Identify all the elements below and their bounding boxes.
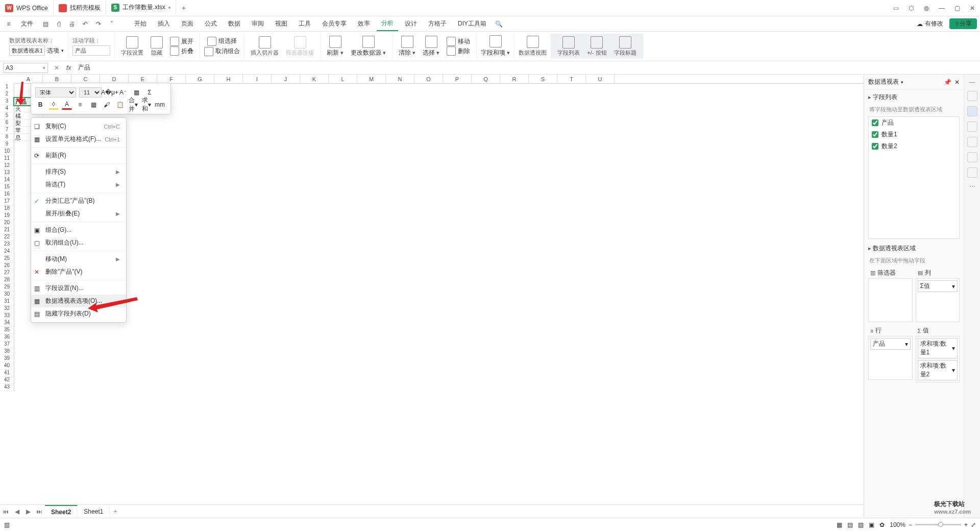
increase-font-icon[interactable]: A�μ+	[105, 87, 115, 98]
rail-pivot-icon[interactable]	[967, 106, 977, 116]
field-qty1[interactable]: 数量1	[869, 129, 959, 140]
menu-review[interactable]: 审阅	[247, 17, 268, 31]
sheet-last-icon[interactable]: ⏭	[34, 508, 45, 515]
ctx-format-cells[interactable]: ▦设置单元格格式(F)...Ctrl+1	[31, 133, 126, 146]
ctx-remove[interactable]: ✕删除"产品"(V)	[31, 266, 126, 278]
sheet-add-button[interactable]: ＋	[110, 507, 121, 516]
ctx-filter[interactable]: 筛选(T)▶	[31, 178, 126, 191]
print-icon[interactable]: 🖨	[66, 18, 78, 30]
app-tab[interactable]: W WPS Office	[0, 0, 54, 16]
zoom-slider[interactable]	[915, 524, 961, 525]
rail-chart-icon[interactable]	[967, 152, 977, 162]
field-settings-button[interactable]: 字段设置	[119, 36, 145, 57]
fields-items-button[interactable]: 字段和项 ▾	[477, 34, 514, 59]
window-snap-icon[interactable]: ▭	[888, 0, 903, 16]
pivot-chart-button[interactable]: 数据透视图	[514, 34, 551, 59]
field-product[interactable]: 产品	[869, 117, 959, 129]
formula-value[interactable]: 产品	[75, 63, 93, 72]
font-select[interactable]: 宋体	[35, 87, 76, 98]
field-list-box[interactable]: 产品 数量1 数量2	[868, 116, 960, 239]
font-size-select[interactable]: 11	[79, 87, 102, 98]
close-button[interactable]: ✕	[965, 0, 980, 16]
clipboard-icon[interactable]: 📋	[115, 100, 125, 110]
sheet-tab-sheet1[interactable]: Sheet1	[78, 505, 110, 518]
menu-design[interactable]: 设计	[400, 17, 422, 31]
menu-formula[interactable]: 公式	[200, 17, 222, 31]
cancel-icon[interactable]: ✕	[51, 64, 62, 71]
ctx-refresh[interactable]: ⟳刷新(R)	[31, 149, 126, 162]
row-drop-area[interactable]: 产品▾	[868, 336, 913, 380]
insert-slicer-button[interactable]: 插入切片器	[249, 36, 281, 57]
rail-select-icon[interactable]	[967, 91, 977, 101]
pivot-name-input[interactable]	[9, 45, 45, 56]
column-drop-area[interactable]: Σ值▾	[916, 278, 960, 322]
collapse-button[interactable]: 折叠	[170, 46, 193, 56]
ctx-copy[interactable]: ❏复制(C)Ctrl+C	[31, 120, 126, 133]
ctx-expand-collapse[interactable]: 展开/折叠(E)▶	[31, 207, 126, 220]
row-item-product[interactable]: 产品▾	[870, 338, 911, 350]
view-normal-icon[interactable]: ▦	[837, 521, 842, 528]
filter-drop-area[interactable]	[868, 278, 913, 322]
sheet-tab-sheet2[interactable]: Sheet2	[45, 505, 78, 518]
value-drop-area[interactable]: 求和项:数量1▾ 求和项:数量2▾	[916, 336, 960, 382]
ctx-subtotal[interactable]: ✓分类汇总"产品"(B)	[31, 195, 126, 207]
menu-diy[interactable]: DIY工具箱	[453, 17, 491, 31]
merge-dropdown[interactable]: 合并▾	[128, 100, 138, 110]
redo-icon[interactable]: ↷	[93, 18, 104, 30]
fill-color-icon[interactable]: ◊	[48, 100, 59, 110]
menu-insert[interactable]: 插入	[153, 17, 175, 31]
menu-data[interactable]: 数据	[224, 17, 245, 31]
val-item-2[interactable]: 求和项:数量2▾	[918, 360, 958, 380]
delete-button[interactable]: 删除	[447, 46, 470, 56]
sheet-prev-icon[interactable]: ◀	[11, 508, 22, 515]
rail-help-icon[interactable]	[967, 167, 977, 178]
template-tab[interactable]: 找稻壳模板	[54, 0, 106, 16]
select-button[interactable]: 选择 ▾	[421, 36, 442, 57]
field-qty2[interactable]: 数量2	[869, 140, 959, 152]
active-field-input[interactable]	[72, 45, 110, 56]
menu-member[interactable]: 会员专享	[317, 17, 351, 31]
move-button[interactable]: 移动	[447, 37, 470, 46]
avatar-icon[interactable]: ◍	[919, 0, 934, 16]
share-button[interactable]: ⇪ 分享	[949, 18, 977, 29]
menu-fanggezi[interactable]: 方格子	[424, 17, 451, 31]
menu-view[interactable]: 视图	[271, 17, 292, 31]
ctx-ungroup[interactable]: ▢取消组合(U)...	[31, 236, 126, 249]
row-headers[interactable]: 1234567891011121314151617181920212223242…	[0, 84, 14, 391]
ctx-move[interactable]: 移动(M)▶	[31, 253, 126, 266]
settings-icon[interactable]: ✿	[879, 521, 885, 528]
hamburger-icon[interactable]: ≡	[3, 18, 14, 30]
rail-style-icon[interactable]	[967, 122, 977, 132]
bold-icon[interactable]: B	[35, 100, 45, 110]
new-tab-button[interactable]: ＋	[176, 0, 191, 16]
print-preview-icon[interactable]: ⎙	[53, 18, 64, 30]
menu-efficiency[interactable]: 效率	[353, 17, 375, 31]
plus-minus-toggle[interactable]: +/- 按钮	[585, 36, 608, 57]
name-box[interactable]: A3▾	[3, 63, 48, 73]
sheet-next-icon[interactable]: ▶	[22, 508, 34, 515]
menu-tools[interactable]: 工具	[294, 17, 315, 31]
menu-start[interactable]: 开始	[130, 17, 151, 31]
file-menu[interactable]: 文件	[16, 17, 38, 31]
view-page-icon[interactable]: ▤	[847, 521, 853, 528]
change-source-button[interactable]: 更改数据源 ▾	[349, 36, 388, 57]
decrease-font-icon[interactable]: A⁻	[118, 87, 128, 98]
font-color-icon[interactable]: A	[62, 100, 72, 110]
rail-collapse-icon[interactable]: —	[969, 79, 975, 86]
undo-icon[interactable]: ↶	[80, 18, 91, 30]
align-icon[interactable]: ≡	[75, 100, 85, 110]
file-tab[interactable]: S 工作簿数量.xlsx	[106, 0, 176, 16]
minimize-button[interactable]: —	[934, 0, 949, 16]
zoom-in-icon[interactable]: +	[964, 521, 968, 528]
pin-icon[interactable]: 📌	[944, 79, 951, 86]
sheet-first-icon[interactable]: ⏮	[0, 508, 11, 515]
cube-icon[interactable]: ⬡	[903, 0, 919, 16]
options-button[interactable]: 选项	[47, 46, 59, 55]
rail-tools-icon[interactable]	[967, 137, 977, 147]
group-button[interactable]: 组选择	[207, 37, 237, 46]
expand-button[interactable]: 展开	[170, 37, 193, 46]
view-reading-icon[interactable]: ▣	[869, 521, 874, 528]
search-icon[interactable]: 🔍	[493, 18, 504, 30]
fullscreen-icon[interactable]: ⤢	[971, 521, 976, 528]
borders-icon[interactable]: ▦	[88, 100, 99, 110]
